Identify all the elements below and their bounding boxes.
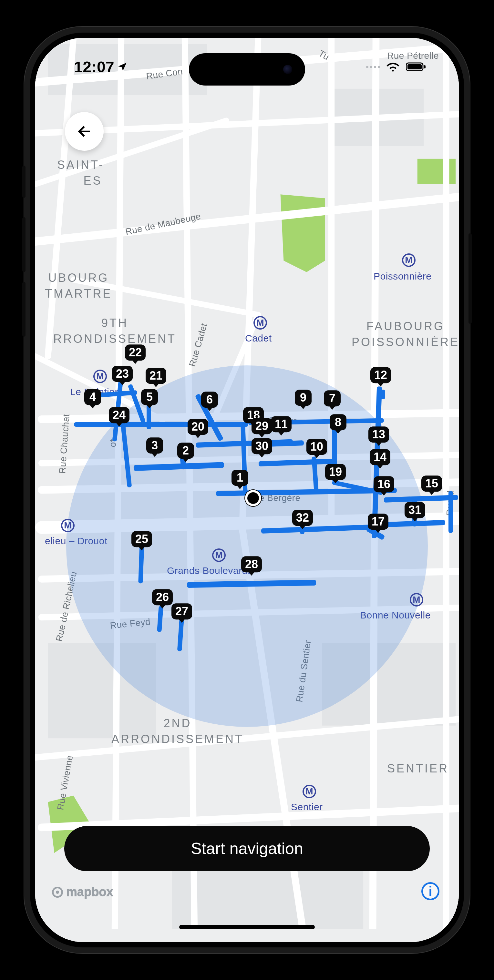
metro-label-poissonniere: Poissonnière — [374, 271, 431, 282]
waypoint-marker-tail — [375, 529, 381, 533]
route-segment — [74, 422, 248, 427]
waypoint-marker-27[interactable]: 27 — [171, 603, 192, 623]
waypoint-marker-6[interactable]: 6 — [201, 391, 218, 411]
waypoint-marker-tail — [146, 404, 153, 408]
waypoint-marker-label: 10 — [306, 439, 327, 455]
location-services-icon — [117, 61, 128, 72]
waypoint-marker-4[interactable]: 4 — [84, 389, 101, 408]
waypoint-marker-label: 20 — [188, 418, 208, 435]
waypoint-marker-label: 30 — [252, 438, 272, 454]
waypoint-marker-25[interactable]: 25 — [131, 531, 152, 550]
metro-icon-grands-boulevards: M — [212, 549, 226, 562]
waypoint-marker-tail — [376, 442, 382, 446]
route-segment — [448, 491, 453, 533]
waypoint-marker-label: 28 — [241, 556, 262, 572]
waypoint-marker-8[interactable]: 8 — [330, 414, 346, 434]
waypoint-marker-5[interactable]: 5 — [141, 389, 158, 408]
waypoint-marker-12[interactable]: 12 — [370, 367, 391, 387]
waypoint-marker-21[interactable]: 21 — [146, 368, 166, 387]
waypoint-marker-22[interactable]: 22 — [125, 344, 146, 364]
home-indicator[interactable] — [179, 925, 315, 929]
waypoint-marker-tail — [332, 479, 339, 483]
battery-icon — [406, 62, 427, 72]
waypoint-marker-31[interactable]: 31 — [405, 502, 425, 521]
waypoint-marker-tail — [335, 430, 341, 434]
district-label-faubourg-poiss: FAUBOURG POISSONNIÈRE — [352, 318, 459, 350]
status-time-text: 12:07 — [74, 58, 114, 76]
waypoint-marker-3[interactable]: 3 — [146, 438, 163, 457]
waypoint-marker-tail — [116, 423, 123, 426]
svg-rect-10 — [408, 64, 422, 69]
route-segment — [377, 390, 385, 399]
waypoint-marker-14[interactable]: 14 — [370, 449, 390, 468]
screen: SAINT- ESUBOURG TMARTRE9TH RRONDISSEMENT… — [35, 38, 459, 942]
map-canvas[interactable]: SAINT- ESUBOURG TMARTRE9TH RRONDISSEMENT… — [35, 38, 459, 942]
mute-switch — [22, 165, 25, 198]
waypoint-marker-11[interactable]: 11 — [271, 416, 292, 436]
waypoint-marker-20[interactable]: 20 — [188, 418, 208, 438]
waypoint-marker-13[interactable]: 13 — [368, 426, 389, 446]
waypoint-marker-32[interactable]: 32 — [292, 510, 313, 529]
waypoint-marker-label: 16 — [374, 476, 394, 492]
waypoint-marker-10[interactable]: 10 — [306, 439, 327, 458]
waypoint-marker-2[interactable]: 2 — [177, 442, 194, 462]
metro-icon-richelieu-drouot: M — [61, 519, 75, 532]
waypoint-marker-tail — [259, 453, 265, 457]
waypoint-marker-29[interactable]: 29 — [252, 418, 272, 438]
waypoint-marker-label: 5 — [141, 389, 158, 405]
waypoint-marker-24[interactable]: 24 — [109, 407, 129, 426]
waypoint-marker-tail — [139, 546, 145, 550]
svg-rect-7 — [418, 159, 456, 184]
waypoint-marker-tail — [412, 517, 418, 521]
mapbox-logo-icon — [52, 887, 63, 898]
waypoint-marker-19[interactable]: 19 — [325, 464, 346, 483]
waypoint-marker-label: 14 — [370, 449, 390, 465]
waypoint-marker-30[interactable]: 30 — [252, 438, 272, 457]
start-navigation-button[interactable]: Start navigation — [64, 826, 430, 871]
waypoint-marker-label: 3 — [146, 438, 163, 453]
waypoint-marker-tail — [248, 572, 255, 576]
waypoint-marker-9[interactable]: 9 — [295, 390, 312, 409]
waypoint-marker-label: 17 — [368, 514, 389, 530]
waypoint-marker-tail — [151, 453, 158, 457]
waypoint-marker-label: 24 — [109, 407, 129, 423]
map-info-button[interactable]: i — [421, 882, 440, 900]
metro-icon-bonne-nouvelle: M — [410, 593, 423, 606]
district-label-faubourg-montmartre: UBOURG TMARTRE — [45, 270, 112, 301]
waypoint-marker-label: 15 — [421, 476, 442, 492]
svg-marker-6 — [280, 194, 325, 272]
back-button[interactable] — [65, 112, 104, 151]
waypoint-marker-label: 21 — [146, 368, 166, 384]
waypoint-marker-label: 29 — [252, 418, 272, 434]
waypoint-marker-17[interactable]: 17 — [368, 514, 389, 533]
waypoint-marker-label: 12 — [370, 367, 391, 383]
district-label-saint: SAINT- ES — [57, 157, 104, 189]
waypoint-marker-label: 2 — [177, 442, 194, 459]
metro-icon-cadet: M — [253, 316, 267, 329]
volume-down-button — [22, 282, 25, 337]
metro-icon-le-peletier: M — [93, 370, 107, 383]
district-label-sentier: SENTIER — [387, 761, 449, 776]
waypoint-marker-26[interactable]: 26 — [152, 589, 173, 608]
waypoint-marker-label: 23 — [112, 366, 133, 382]
waypoint-marker-tail — [300, 405, 306, 409]
waypoint-marker-tail — [132, 360, 139, 364]
waypoint-marker-23[interactable]: 23 — [112, 366, 133, 385]
waypoint-marker-tail — [378, 382, 384, 387]
volume-up-button — [22, 217, 25, 272]
waypoint-marker-7[interactable]: 7 — [324, 390, 341, 410]
map-attribution: mapbox — [52, 885, 113, 899]
waypoint-marker-1[interactable]: 1 — [231, 470, 248, 489]
waypoint-marker-label: 11 — [271, 416, 292, 432]
metro-label-cadet: Cadet — [245, 333, 272, 344]
waypoint-marker-label: 27 — [171, 603, 192, 619]
waypoint-marker-tail — [153, 383, 159, 387]
svg-rect-11 — [424, 65, 425, 68]
waypoint-marker-28[interactable]: 28 — [241, 556, 262, 576]
waypoint-marker-15[interactable]: 15 — [421, 476, 442, 495]
waypoint-marker-label: 31 — [405, 502, 425, 518]
waypoint-marker-16[interactable]: 16 — [374, 476, 394, 495]
waypoint-marker-label: 8 — [330, 414, 346, 430]
waypoint-marker-tail — [195, 434, 201, 438]
waypoint-marker-tail — [259, 434, 265, 438]
